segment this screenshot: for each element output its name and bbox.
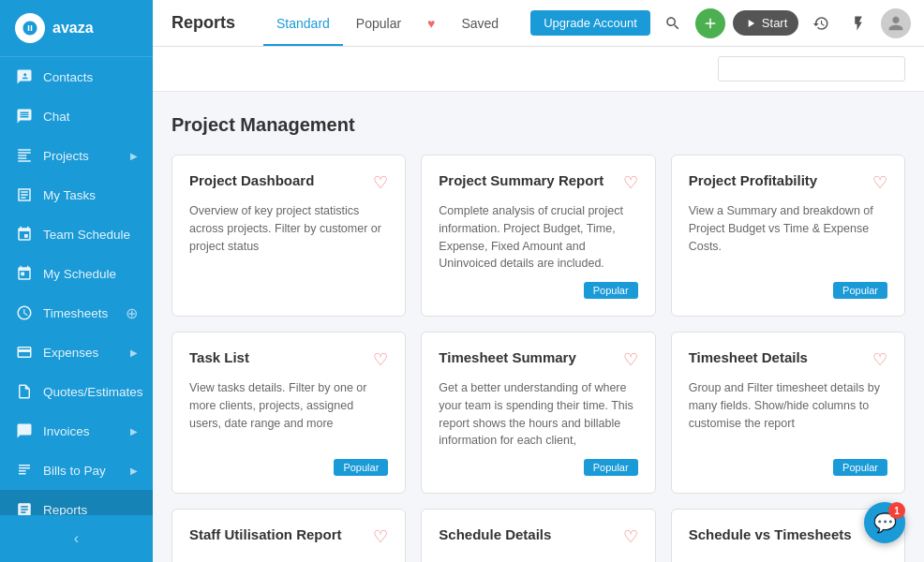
sidebar-item-timesheets[interactable]: Timesheets ⊕ [0,293,153,333]
contacts-icon [15,67,34,86]
chat-bubble[interactable]: 💬 1 [864,502,905,543]
sidebar-item-my-schedule-label: My Schedule [43,267,138,281]
card-description: Complete analysis of crucial project inf… [439,202,637,273]
card-header: Schedule Details ♡ [439,526,637,547]
card-timesheet-summary: Timesheet Summary ♡ Get a better underst… [421,332,655,494]
sidebar-item-expenses[interactable]: Expenses ▶ [0,333,153,372]
lightning-button[interactable] [843,8,873,38]
sidebar-item-bills[interactable]: Bills to Pay ▶ [0,451,153,490]
cards-row-2: Task List ♡ View tasks details. Filter b… [171,332,905,494]
card-title: Project Profitability [689,172,872,188]
card-title: Schedule vs Timesheets [689,526,872,542]
timesheets-add-icon[interactable]: ⊕ [126,304,138,322]
collapse-button[interactable]: ‹ [15,525,138,553]
search-button[interactable] [658,8,688,38]
search-bar-area [153,47,924,92]
favorite-icon[interactable]: ♡ [872,349,887,370]
card-title: Project Summary Report [439,172,622,188]
tab-standard[interactable]: Standard [263,0,343,46]
sidebar-item-expenses-label: Expenses [43,346,130,360]
tasks-icon [15,185,34,204]
card-footer: Popular [689,459,887,476]
sidebar-item-quotes[interactable]: Quotes/Estimates [0,372,153,411]
sidebar-item-my-schedule[interactable]: My Schedule [0,254,153,293]
card-header: Schedule vs Timesheets ♡ [689,526,887,547]
card-footer: Popular [439,282,637,299]
card-title: Project Dashboard [189,172,373,188]
favorite-icon[interactable]: ♡ [623,349,638,370]
sidebar-item-reports[interactable]: Reports [0,490,153,515]
heart-icon: ♥ [427,16,435,31]
card-title: Task List [189,349,373,365]
sidebar-item-timesheets-label: Timesheets [43,306,126,320]
favorite-icon[interactable]: ♡ [373,526,388,547]
bills-arrow: ▶ [130,466,138,476]
projects-arrow: ▶ [130,151,138,161]
popular-badge: Popular [584,282,638,299]
sidebar-item-invoices-label: Invoices [43,424,130,438]
card-footer: Popular [189,459,388,476]
sidebar: avaza Contacts Chat Projects ▶ [0,0,153,562]
card-title: Schedule Details [439,526,622,542]
sidebar-nav: Contacts Chat Projects ▶ My Tasks [0,57,153,515]
timesheets-icon [15,303,34,322]
report-search-input[interactable] [718,56,905,81]
card-description: Get a better understanding of where your… [439,379,637,450]
card-header: Project Dashboard ♡ [189,172,388,193]
logo-icon [15,13,45,43]
schedule-icon [15,225,34,244]
card-description: View a Summary and breakdown of Project … [689,202,887,273]
favorite-icon[interactable]: ♡ [623,172,638,193]
tab-heart[interactable]: ♥ [414,0,448,46]
favorite-icon[interactable]: ♡ [872,172,887,193]
card-header: Staff Utilisation Report ♡ [189,526,388,547]
section-title: Project Management [171,114,905,136]
card-header: Project Summary Report ♡ [439,172,637,193]
favorite-icon[interactable]: ♡ [623,526,638,547]
topbar: Reports Standard Popular ♥ Saved Upgrade… [153,0,924,47]
sidebar-item-bills-label: Bills to Pay [43,464,130,478]
sidebar-item-my-tasks[interactable]: My Tasks [0,175,153,214]
sidebar-item-quotes-label: Quotes/Estimates [43,385,143,399]
upgrade-button[interactable]: Upgrade Account [530,10,650,36]
sidebar-item-team-schedule[interactable]: Team Schedule [0,214,153,254]
sidebar-item-my-tasks-label: My Tasks [43,188,138,202]
page-title: Reports [171,13,235,33]
favorite-icon[interactable]: ♡ [373,349,388,370]
sidebar-item-invoices[interactable]: Invoices ▶ [0,411,153,451]
cards-row-3: Staff Utilisation Report ♡ Schedule Deta… [171,509,905,562]
history-button[interactable] [806,8,836,38]
start-button[interactable]: Start [733,10,798,36]
tab-popular[interactable]: Popular [343,0,414,46]
sidebar-item-projects-label: Projects [43,149,130,163]
invoices-arrow: ▶ [130,426,138,436]
card-project-summary: Project Summary Report ♡ Complete analys… [421,155,655,317]
sidebar-item-reports-label: Reports [43,503,138,516]
avatar[interactable] [881,8,911,38]
card-title: Timesheet Summary [439,349,622,365]
topbar-actions: Upgrade Account Start [530,8,911,38]
cards-row-1: Project Dashboard ♡ Overview of key proj… [171,155,905,317]
main-content: Reports Standard Popular ♥ Saved Upgrade… [153,0,924,562]
card-description: Group and Filter timesheet details by ma… [689,379,887,450]
content-area: Project Management Project Dashboard ♡ O… [153,92,924,562]
sidebar-item-chat[interactable]: Chat [0,96,153,136]
card-footer: Popular [439,459,637,476]
reports-icon [15,500,34,515]
popular-badge: Popular [334,459,388,476]
popular-badge: Popular [833,459,887,476]
sidebar-item-projects[interactable]: Projects ▶ [0,136,153,175]
tab-saved[interactable]: Saved [448,0,512,46]
add-button[interactable] [695,8,725,38]
logo-area[interactable]: avaza [0,0,153,57]
chat-badge: 1 [888,502,905,519]
bills-icon [15,461,34,480]
sidebar-item-contacts[interactable]: Contacts [0,57,153,96]
popular-badge: Popular [584,459,638,476]
expenses-icon [15,343,34,362]
card-footer: Popular [689,282,887,299]
card-description: Overview of key project statistics acros… [189,202,388,299]
sidebar-footer: ‹ [0,515,153,562]
topbar-tabs: Standard Popular ♥ Saved [263,0,512,46]
favorite-icon[interactable]: ♡ [373,172,388,193]
